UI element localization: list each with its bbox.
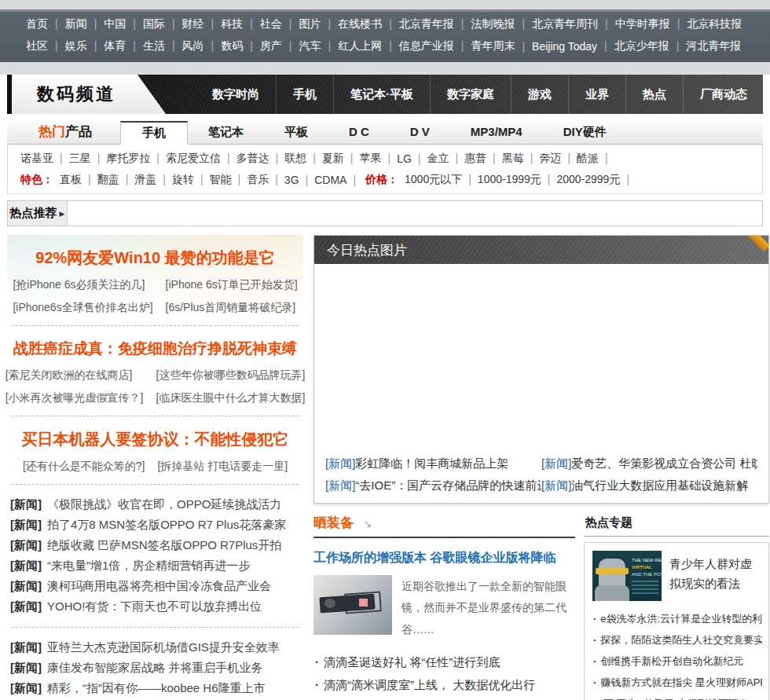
topnav-link[interactable]: 北京少年报 <box>597 39 669 53</box>
news-item[interactable]: [新闻]《极限挑战》收官在即，OPPO延续挑战活力 <box>10 494 303 515</box>
bracket-link[interactable]: [临床医生眼中什么才算大数据] <box>156 391 306 405</box>
brand-link[interactable]: 诺基亚 <box>20 152 69 166</box>
brand-link[interactable]: 金立 <box>427 152 464 166</box>
bullet-news-item[interactable]: e袋洗岑永洪:云计算是企业转型的利 <box>592 608 762 629</box>
news-item[interactable]: [新闻]精彩，“指”因有你——koobee H6隆重上市 <box>10 678 303 698</box>
topnav-link[interactable]: 青年周末 <box>454 39 515 53</box>
headline-3[interactable]: 买日本机器人要签协议：不能性侵犯它 <box>9 429 302 450</box>
hot-recommend-button[interactable]: 热点推荐 ▶ <box>8 201 68 225</box>
feature-link[interactable]: CDMA <box>314 174 362 186</box>
brand-link[interactable]: 三星 <box>69 152 107 166</box>
feature-link[interactable]: 滑盖 <box>134 173 172 187</box>
topnav-link[interactable]: 国际 <box>126 17 165 31</box>
feature-link[interactable]: 旋转 <box>172 173 210 187</box>
news-item[interactable]: [新闻]“来电量”增1倍，房企精细营销再进一步 <box>10 555 303 576</box>
price-link[interactable]: 2000-2999元 <box>556 173 636 187</box>
feature-link[interactable]: 智能 <box>210 173 248 187</box>
panel-news-item[interactable]: [新闻]油气行业大数据应用基础设施新解 <box>541 478 757 493</box>
channel-nav-link[interactable]: 笔记本·平板 <box>334 75 431 114</box>
topnav-link[interactable]: 中国 <box>87 17 126 31</box>
feature-link[interactable]: 直板 <box>60 173 97 187</box>
topnav-link[interactable]: 红人上网 <box>321 39 382 53</box>
topnav-link[interactable]: 首页 <box>26 17 48 31</box>
subnav-tab[interactable]: D C <box>349 120 369 144</box>
bullet-news-item[interactable]: 滴滴“滴米调度室”上线， 大数据优化出行 <box>314 673 575 696</box>
channel-title[interactable]: 数码频道 <box>12 75 166 114</box>
news-item[interactable]: [新闻]YOHO!有货：下雨天也不可以放弃搏出位 <box>10 596 303 617</box>
brand-link[interactable]: 联想 <box>284 152 322 166</box>
topnav-link[interactable]: 新闻 <box>48 17 87 31</box>
headline-1[interactable]: 92%网友爱Win10 最赞的功能是它 <box>9 247 302 269</box>
price-link[interactable]: 1000元以下 <box>405 173 478 187</box>
bullet-news-item[interactable]: 创维携手新松开创自动化新纪元 <box>592 651 762 672</box>
channel-nav-link[interactable]: 手机 <box>277 75 334 114</box>
brand-link[interactable]: 惠普 <box>464 152 502 166</box>
brand-link[interactable]: 摩托罗拉 <box>106 152 166 166</box>
bracket-link[interactable]: [拆掉基站 打电话要走一里] <box>157 460 288 474</box>
topnav-link[interactable]: 信息产业报 <box>382 39 454 53</box>
subnav-tab[interactable]: DIY硬件 <box>563 120 607 144</box>
panel-news-item[interactable]: [新闻]彩虹降临！阅丰商城新品上架 <box>325 456 541 471</box>
bracket-link[interactable]: [小米再次被曝光虚假宣传？] <box>6 391 144 405</box>
brand-link[interactable]: 黑莓 <box>502 152 540 166</box>
channel-nav-link[interactable]: 数字家庭 <box>431 75 512 114</box>
bullet-news-item[interactable]: 滴滴圣诞送好礼 将“任性”进行到底 <box>314 651 575 673</box>
topnav-link[interactable]: 房产 <box>243 39 282 53</box>
news-title[interactable]: 精彩，“指”因有你——koobee H6隆重上市 <box>47 681 266 695</box>
topnav-link[interactable]: 河北青年报 <box>669 39 742 53</box>
topnav-link[interactable]: 法制晚报 <box>454 17 515 31</box>
bracket-link[interactable]: [索尼关闭欧洲的在线商店] <box>6 368 144 383</box>
topic-feature-thumbnail[interactable]: THE NEW RE VIRTUAL AND THE POTENTI <box>592 551 662 601</box>
channel-nav-link[interactable]: 游戏 <box>512 75 569 114</box>
bracket-link[interactable]: [6s/Plus首周销量将破纪录] <box>166 301 298 315</box>
brand-link[interactable]: 苹果 <box>359 152 397 166</box>
news-title[interactable]: 绝版收藏 巴萨MSN签名版OPPO R7Plus开拍 <box>47 538 281 552</box>
topnav-link[interactable]: 科技 <box>204 17 244 31</box>
news-item[interactable]: [新闻]亚特兰大杰克逊国际机场借GIS提升安全效率 <box>10 637 303 658</box>
gear-article-title[interactable]: 工作场所的增强版本 谷歌眼镜企业版将降临 <box>314 550 575 566</box>
topnav-link[interactable]: 图片 <box>282 17 321 31</box>
subnav-tab[interactable]: 平板 <box>284 120 308 144</box>
news-title[interactable]: 拍了4万8 MSN签名版OPPO R7 Plus花落豪家 <box>47 518 286 531</box>
topnav-link[interactable]: 汽车 <box>282 39 321 53</box>
subnav-tab[interactable]: D V <box>410 120 430 144</box>
bracket-link[interactable]: [iPhone 6s订单已开始发货] <box>166 278 298 292</box>
news-item[interactable]: [新闻]拍了4万8 MSN签名版OPPO R7 Plus花落豪家 <box>10 515 303 535</box>
news-item[interactable]: [新闻]澳柯玛商用电器将亮相中国冷冻食品产业会 <box>10 576 303 596</box>
brand-link[interactable]: 索尼爱立信 <box>166 152 236 166</box>
brand-link[interactable]: 多普达 <box>236 152 285 166</box>
news-title[interactable]: 彩虹降临！阅丰商城新品上架 <box>355 456 508 470</box>
channel-nav-link[interactable]: 业界 <box>569 75 626 114</box>
panel-news-item[interactable]: [新闻]“去IOE”：国产云存储品牌的快速前进 <box>325 478 541 493</box>
news-title[interactable]: 澳柯玛商用电器将亮相中国冷冻食品产业会 <box>47 579 271 592</box>
hot-photos-image-area[interactable] <box>314 264 768 449</box>
topnav-link[interactable]: 社区 <box>26 39 48 53</box>
topnav-link[interactable]: 生活 <box>126 39 165 53</box>
news-title[interactable]: 亚特兰大杰克逊国际机场借GIS提升安全效率 <box>47 640 280 654</box>
subnav-tab[interactable]: 笔记本 <box>208 120 244 144</box>
gear-article-thumbnail[interactable] <box>314 575 392 635</box>
tab-phone-active[interactable]: 手机 <box>120 121 188 145</box>
topnav-link[interactable]: 在线楼书 <box>321 17 382 31</box>
topnav-link[interactable]: 社会 <box>243 17 282 31</box>
bracket-link[interactable]: [iPhone6s全球售价排名出炉] <box>13 301 152 315</box>
bullet-news-item[interactable]: [图]再牛X的马云 也得到线下理发 <box>592 693 762 700</box>
bracket-link[interactable]: [抢iPhone 6s必须关注的几] <box>13 278 152 292</box>
topnav-link[interactable]: 北京科技报 <box>670 17 742 31</box>
topnav-link[interactable]: 数码 <box>204 39 244 53</box>
topnav-link[interactable]: 风尚 <box>165 39 204 53</box>
news-title[interactable]: “来电量”增1倍，房企精细营销再进一步 <box>47 559 250 572</box>
topnav-link[interactable]: 北京青年报 <box>382 17 454 31</box>
brand-link[interactable]: 夏新 <box>322 152 360 166</box>
topnav-link[interactable]: 娱乐 <box>48 39 87 53</box>
channel-nav-link[interactable]: 厂商动态 <box>684 75 763 114</box>
news-title[interactable]: 油气行业大数据应用基础设施新解 <box>571 478 748 492</box>
bracket-link[interactable]: [这些年你被哪些数码品牌玩弄] <box>156 368 306 383</box>
topnav-link[interactable]: 中学时事报 <box>598 17 670 31</box>
topnav-link[interactable]: 体育 <box>87 39 126 53</box>
topic-feature-title[interactable]: 青少年人群对虚拟现实的看法 <box>669 551 762 601</box>
feature-link[interactable]: 音乐 <box>247 173 284 187</box>
bracket-link[interactable]: [还有什么是不能众筹的?] <box>23 460 145 474</box>
news-title[interactable]: 爱奇艺、华策影视成立合资公司 杜昉将出 <box>571 456 757 470</box>
bullet-news-item[interactable]: 赚钱新方式就在指尖 星火理财师APP <box>592 672 762 693</box>
